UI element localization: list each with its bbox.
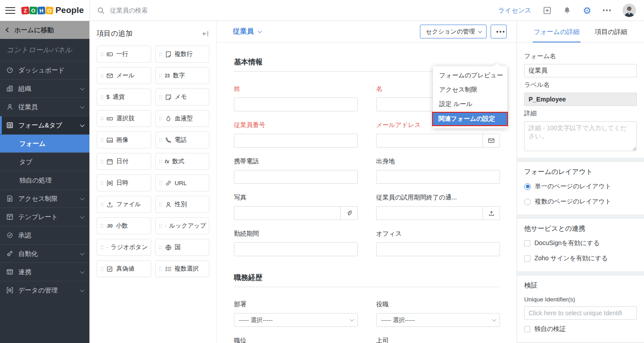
palette-item-currency[interactable]: $通貨 xyxy=(97,89,151,106)
license-link[interactable]: ライセンス xyxy=(498,6,531,15)
sidebar-item-organization[interactable]: 組織 xyxy=(0,79,89,97)
drag-grip-icon[interactable] xyxy=(100,202,103,207)
sidebar-item-access-restriction[interactable]: アクセス制限 xyxy=(0,189,89,207)
palette-item-single-line[interactable]: 一行 xyxy=(97,46,151,63)
probation-notice-input[interactable] xyxy=(376,206,483,220)
add-box-icon[interactable] xyxy=(543,6,551,15)
attachment-icon[interactable] xyxy=(340,206,358,220)
mobile-input[interactable] xyxy=(234,170,358,184)
email-input[interactable] xyxy=(376,134,483,148)
drag-grip-icon[interactable] xyxy=(100,223,103,229)
drag-grip-icon[interactable] xyxy=(159,223,162,229)
drag-grip-icon[interactable] xyxy=(100,159,103,165)
drag-grip-icon[interactable] xyxy=(100,73,103,79)
bell-icon[interactable] xyxy=(563,6,571,14)
palette-item-multi-line[interactable]: 複数行 xyxy=(155,46,210,63)
upload-icon[interactable] xyxy=(483,206,500,220)
multi-page-layout-radio[interactable]: 複数のページのレイアウト xyxy=(517,194,644,209)
palette-item-file[interactable]: ファイル xyxy=(97,196,151,213)
palette-item-boolean[interactable]: 真偽値 xyxy=(97,260,151,277)
designation-select[interactable]: ----- 選択----- xyxy=(376,313,500,327)
palette-item-datetime[interactable]: 日時 xyxy=(97,174,151,191)
sidebar-item-employee[interactable]: 従業員 xyxy=(0,97,89,116)
palette-item-blood-group[interactable]: 血液型 xyxy=(155,110,210,127)
docusign-checkbox[interactable]: DocuSignを有効にする xyxy=(517,236,644,251)
sidebar-item-forms-tabs[interactable]: フォーム&タブ xyxy=(0,116,89,134)
menu-item-settings-rules[interactable]: 設定 ルール xyxy=(433,97,507,111)
palette-item-phone[interactable]: 電話 xyxy=(155,131,210,148)
single-line-icon xyxy=(106,51,113,58)
palette-item-decimal[interactable]: .00小数 xyxy=(97,217,151,234)
office-input[interactable] xyxy=(376,242,500,256)
palette-item-date[interactable]: 日付 xyxy=(97,153,151,170)
tab-field-details[interactable]: 項目の詳細 xyxy=(595,22,627,42)
drag-grip-icon[interactable] xyxy=(159,266,162,272)
drag-grip-icon[interactable] xyxy=(159,94,162,100)
top-bar: Z O H O People ライセンス ⚙ xyxy=(0,0,644,21)
sidebar-item-template[interactable]: テンプレート xyxy=(0,207,89,226)
drag-grip-icon[interactable] xyxy=(159,180,162,186)
palette-item-lookup[interactable]: ルックアップ xyxy=(155,217,210,234)
drag-grip-icon[interactable] xyxy=(159,159,162,165)
more-options-button[interactable] xyxy=(491,25,507,38)
gear-icon[interactable]: ⚙ xyxy=(583,6,591,15)
menu-item-form-preview[interactable]: フォームのプレビュー xyxy=(433,68,507,83)
last-name-input[interactable] xyxy=(234,97,358,111)
single-page-layout-radio[interactable]: 単一のページのレイアウト xyxy=(517,179,644,194)
drag-grip-icon[interactable] xyxy=(159,73,162,79)
drag-grip-icon[interactable] xyxy=(100,137,103,143)
birthplace-input[interactable] xyxy=(376,170,500,184)
search-input[interactable] xyxy=(110,7,298,14)
manage-sections-button[interactable]: セクションの管理 xyxy=(420,25,487,38)
hamburger-menu-icon[interactable] xyxy=(5,7,15,14)
palette-item-picklist[interactable]: 選択肢 xyxy=(97,110,151,127)
palette-item-multi-select[interactable]: 複数選択 xyxy=(155,260,210,277)
sidebar-subitem-tabs[interactable]: タブ xyxy=(0,152,89,171)
drag-grip-icon[interactable] xyxy=(100,266,103,272)
palette-item-email[interactable]: メール xyxy=(97,67,151,84)
unique-identifier-input[interactable] xyxy=(524,306,637,320)
drag-grip-icon[interactable] xyxy=(100,51,103,57)
avatar[interactable] xyxy=(623,4,636,17)
custom-validation-checkbox[interactable]: 独自の検証 xyxy=(517,322,644,337)
back-to-home[interactable]: ホームに移動 xyxy=(0,21,89,39)
description-textarea[interactable] xyxy=(524,121,637,151)
drag-grip-icon[interactable] xyxy=(100,116,103,122)
sidebar-item-automation[interactable]: 自動化 xyxy=(0,244,89,263)
sidebar-subitem-forms[interactable]: フォーム xyxy=(0,134,89,152)
drag-grip-icon[interactable] xyxy=(100,245,103,250)
photo-input[interactable] xyxy=(234,206,340,220)
palette-item-gender[interactable]: 性別 xyxy=(155,196,210,213)
menu-item-access-restriction[interactable]: アクセス制限 xyxy=(433,83,507,97)
palette-item-number[interactable]: 23数字 xyxy=(155,67,210,84)
palette-item-url[interactable]: URL xyxy=(155,174,210,191)
tab-form-details[interactable]: フォームの詳細 xyxy=(534,22,580,42)
drag-grip-icon[interactable] xyxy=(159,245,162,250)
sidebar-subitem-custom-actions[interactable]: 独自の処理 xyxy=(0,171,89,189)
zoho-people-logo[interactable]: Z O H O People xyxy=(21,5,84,15)
menu-item-related-form-settings[interactable]: 関連フォームの設定 xyxy=(432,112,508,126)
collapse-panel-icon[interactable] xyxy=(202,30,209,38)
tenure-input[interactable] xyxy=(234,242,358,256)
sidebar-item-approval[interactable]: 承認 xyxy=(0,226,89,244)
drag-grip-icon[interactable] xyxy=(159,116,162,122)
palette-item-memo[interactable]: メモ xyxy=(155,89,210,106)
form-title-dropdown[interactable]: 従業員 xyxy=(233,27,261,36)
drag-grip-icon[interactable] xyxy=(159,51,162,57)
palette-item-formula[interactable]: fx数式 xyxy=(155,153,210,170)
drag-grip-icon[interactable] xyxy=(100,94,103,100)
zoho-sign-checkbox[interactable]: Zoho サインを有効にする xyxy=(517,251,644,266)
more-icon[interactable] xyxy=(603,9,611,11)
drag-grip-icon[interactable] xyxy=(159,202,162,207)
sidebar-item-data-management[interactable]: データの管理 xyxy=(0,281,89,299)
palette-item-country[interactable]: 国 xyxy=(155,239,210,256)
palette-item-radio[interactable]: ラジオボタン xyxy=(97,239,151,256)
drag-grip-icon[interactable] xyxy=(100,180,103,186)
sidebar-item-dashboard[interactable]: ダッシュボード xyxy=(0,61,89,79)
drag-grip-icon[interactable] xyxy=(159,137,162,143)
form-name-input[interactable] xyxy=(524,64,637,77)
palette-item-image[interactable]: 画像 xyxy=(97,131,151,148)
employee-id-input[interactable] xyxy=(234,134,358,148)
sidebar-item-integration[interactable]: 連携 xyxy=(0,263,89,281)
department-select[interactable]: ----- 選択----- xyxy=(234,313,358,327)
